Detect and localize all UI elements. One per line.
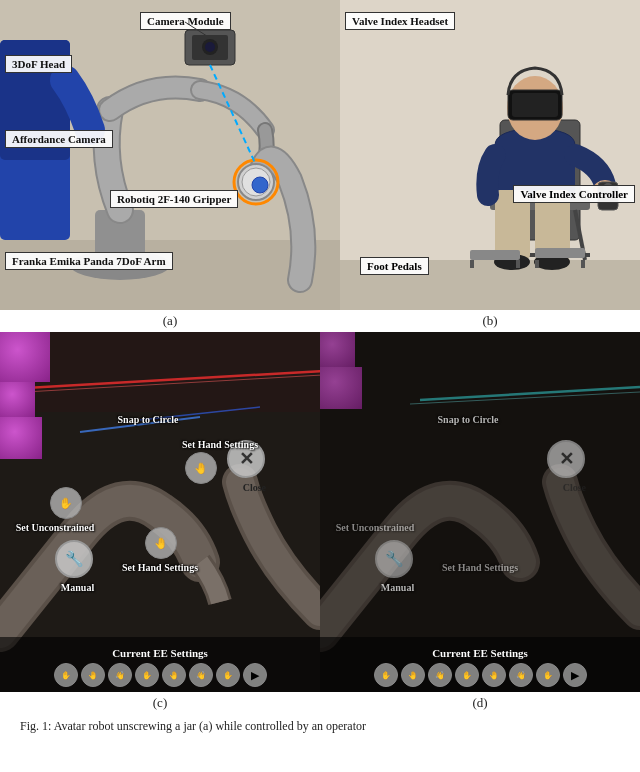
caption-row: (c) (d) xyxy=(0,692,640,714)
ee-icon-5-c[interactable]: 🤚 xyxy=(162,663,186,687)
ee-settings-bar-d: Current EE Settings ✋ 🤚 👋 ✋ 🤚 👋 ✋ ▶ xyxy=(320,637,640,692)
set-hand-top-icon-c[interactable]: 🤚 xyxy=(185,452,217,484)
svg-rect-31 xyxy=(512,93,558,117)
snap-to-circle-label-d: Snap to Circle xyxy=(428,414,508,425)
svg-rect-39 xyxy=(535,260,539,268)
set-hand-top-label-c: Set Hand Settings xyxy=(175,439,265,450)
close-button-d[interactable]: ✕ xyxy=(547,440,585,478)
figure-caption: Fig. 1: Avatar robot unscrewing a jar (a… xyxy=(10,714,630,735)
figure-caption-text: Fig. 1: Avatar robot unscrewing a jar (a… xyxy=(20,719,366,733)
manual-label-c: Manual xyxy=(50,582,105,593)
ee-icon-7-d[interactable]: ✋ xyxy=(536,663,560,687)
ee-icon-2-c[interactable]: 🤚 xyxy=(81,663,105,687)
robot-image-panel: Camera Module 3DoF Head Affordance Camer… xyxy=(0,0,340,310)
ee-icon-1-c[interactable]: ✋ xyxy=(54,663,78,687)
franka-arm-label: Franka Emika Panda 7DoF Arm xyxy=(5,252,173,270)
svg-point-11 xyxy=(205,42,215,52)
ee-play-d[interactable]: ▶ xyxy=(563,663,587,687)
ee-icon-6-c[interactable]: 👋 xyxy=(189,663,213,687)
ee-icon-3-c[interactable]: 👋 xyxy=(108,663,132,687)
sub-label-a: (a) xyxy=(0,313,340,329)
snap-small-circle-c[interactable] xyxy=(0,382,35,417)
svg-rect-37 xyxy=(470,260,474,268)
robotiq-gripper-label: Robotiq 2F-140 Gripper xyxy=(110,190,238,208)
snap-small-circle-d[interactable] xyxy=(320,332,355,367)
close-label-c: Close xyxy=(243,482,266,493)
ee-icon-6-d[interactable]: 👋 xyxy=(509,663,533,687)
sub-label-d: (d) xyxy=(320,695,640,711)
main-container: Camera Module 3DoF Head Affordance Camer… xyxy=(0,0,640,772)
foot-pedals-label: Foot Pedals xyxy=(360,257,429,275)
manual-icon-c[interactable]: 🔧 xyxy=(55,540,93,578)
ee-icon-4-c[interactable]: ✋ xyxy=(135,663,159,687)
ee-icons-row-d: ✋ 🤚 👋 ✋ 🤚 👋 ✋ ▶ xyxy=(374,663,587,687)
set-unconstrained-icon-c[interactable]: ✋ xyxy=(50,487,82,519)
sub-labels-row: (a) (b) xyxy=(0,310,640,332)
ui-panel-c: Snap to Circle ✕ Close ✋ Set Unconstrain… xyxy=(0,332,320,692)
svg-rect-38 xyxy=(516,260,520,268)
svg-point-7 xyxy=(252,177,268,193)
ee-settings-bar-c: Current EE Settings ✋ 🤚 👋 ✋ 🤚 👋 ✋ ▶ xyxy=(0,637,320,692)
set-hand-bottom-label-c: Set Hand Settings xyxy=(115,562,205,573)
snap-to-circle-label-c: Snap to Circle xyxy=(108,414,188,425)
close-icon-d: ✕ xyxy=(559,448,574,470)
manual-label-d: Manual xyxy=(370,582,425,593)
ee-icon-5-d[interactable]: 🤚 xyxy=(482,663,506,687)
ee-icons-row-c: ✋ 🤚 👋 ✋ 🤚 👋 ✋ ▶ xyxy=(54,663,267,687)
ui-panel-d: Snap to Circle ✕ Close 🔧 Manual Set Hand… xyxy=(320,332,640,692)
ee-settings-label-d: Current EE Settings xyxy=(432,647,528,659)
center-circle-c[interactable] xyxy=(0,417,42,459)
ee-icon-2-d[interactable]: 🤚 xyxy=(401,663,425,687)
robot-arm-bg-c: Snap to Circle ✕ Close ✋ Set Unconstrain… xyxy=(0,332,320,692)
valve-controller-label: Valve Index Controller xyxy=(513,185,635,203)
close-label-d: Close xyxy=(563,482,586,493)
svg-rect-40 xyxy=(581,260,585,268)
svg-rect-18 xyxy=(340,0,640,260)
human-image-panel: Valve Index Headset Valve Index Controll… xyxy=(340,0,640,310)
center-circle-d[interactable] xyxy=(320,367,362,409)
valve-headset-label: Valve Index Headset xyxy=(345,12,455,30)
set-hand-label-d: Set Hand Settings xyxy=(435,562,525,573)
snap-circle-c[interactable] xyxy=(0,332,50,382)
wrench-icon-d: 🔧 xyxy=(385,550,404,568)
set-unconstrained-label-c: Set Unconstrained xyxy=(15,522,95,533)
ee-settings-label-c: Current EE Settings xyxy=(112,647,208,659)
robot-scene: Camera Module 3DoF Head Affordance Camer… xyxy=(0,0,340,310)
sub-label-c: (c) xyxy=(0,695,320,711)
ee-icon-3-d[interactable]: 👋 xyxy=(428,663,452,687)
top-row: Camera Module 3DoF Head Affordance Camer… xyxy=(0,0,640,310)
ee-icon-7-c[interactable]: ✋ xyxy=(216,663,240,687)
robot-arm-bg-d: Snap to Circle ✕ Close 🔧 Manual Set Hand… xyxy=(320,332,640,692)
wrench-icon: 🔧 xyxy=(65,550,84,568)
play-icon-c: ▶ xyxy=(251,669,259,682)
bottom-row: Snap to Circle ✕ Close ✋ Set Unconstrain… xyxy=(0,332,640,692)
ee-icon-4-d[interactable]: ✋ xyxy=(455,663,479,687)
human-scene: Valve Index Headset Valve Index Controll… xyxy=(340,0,640,310)
ee-play-c[interactable]: ▶ xyxy=(243,663,267,687)
svg-rect-35 xyxy=(470,250,520,260)
set-unconstrained-label-d: Set Unconstrained xyxy=(335,522,415,533)
manual-icon-d[interactable]: 🔧 xyxy=(375,540,413,578)
svg-rect-36 xyxy=(535,248,585,258)
play-icon-d: ▶ xyxy=(571,669,579,682)
affordance-camera-label: Affordance Camera xyxy=(5,130,113,148)
camera-module-label: Camera Module xyxy=(140,12,231,30)
sub-label-b: (b) xyxy=(340,313,640,329)
ee-icon-1-d[interactable]: ✋ xyxy=(374,663,398,687)
dof-head-label: 3DoF Head xyxy=(5,55,72,73)
set-hand-bottom-icon-c[interactable]: 🤚 xyxy=(145,527,177,559)
close-icon: ✕ xyxy=(239,448,254,470)
